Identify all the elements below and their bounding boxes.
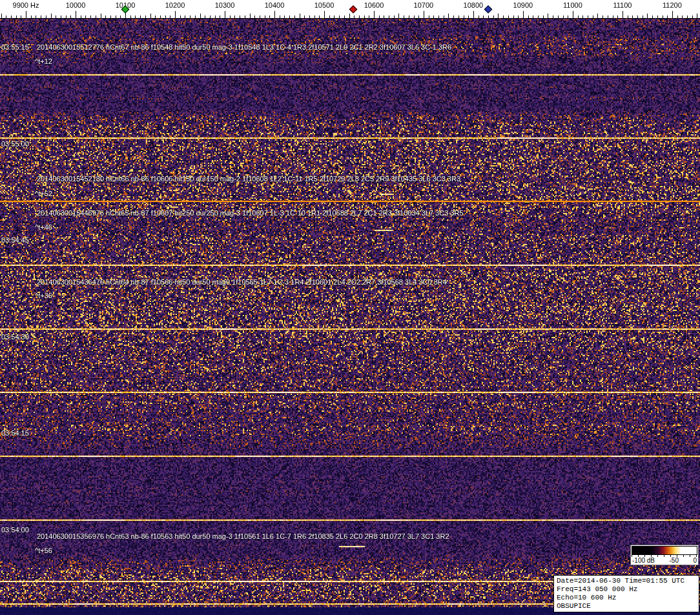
freq-tick — [682, 15, 683, 18]
db-label-min: -100 dB — [632, 557, 655, 564]
freq-tick — [245, 15, 245, 18]
freq-tick — [145, 15, 146, 18]
freq-tick — [394, 15, 395, 18]
frequency-ruler: 9900 Hz100001010010200103001040010500106… — [0, 0, 700, 19]
freq-tick-label: 11100 — [613, 1, 632, 9]
freq-tick — [105, 15, 106, 18]
freq-tick — [429, 15, 429, 18]
freq-tick-label: 10700 — [414, 1, 434, 9]
freq-tick — [538, 15, 539, 18]
freq-tick — [652, 15, 653, 18]
freq-tick — [230, 15, 231, 18]
freq-tick — [130, 15, 131, 18]
freq-tick — [61, 15, 61, 18]
freq-tick — [663, 15, 663, 18]
freq-tick — [265, 15, 265, 18]
freq-tick — [234, 15, 235, 18]
freq-tick — [464, 15, 464, 18]
freq-tick — [563, 15, 564, 18]
freq-tick — [314, 15, 315, 18]
freq-tick — [150, 14, 151, 18]
freq-tick — [657, 15, 658, 18]
freq-tick — [553, 15, 553, 18]
freq-tick — [329, 15, 330, 18]
freq-tick — [628, 15, 628, 18]
freq-tick — [11, 15, 12, 18]
freq-tick — [1, 14, 2, 18]
freq-tick — [359, 15, 360, 18]
freq-tick — [608, 15, 608, 18]
freq-tick — [140, 15, 141, 18]
freq-tick — [617, 15, 618, 18]
freq-tick-major — [672, 11, 673, 18]
freq-tick-label: 9900 Hz — [13, 1, 39, 9]
freq-tick-major — [623, 11, 623, 18]
freq-tick — [289, 15, 290, 18]
freq-tick — [458, 15, 459, 18]
freq-tick — [81, 15, 81, 18]
freq-tick — [677, 15, 678, 18]
freq-tick — [120, 15, 121, 18]
freq-tick — [190, 15, 190, 18]
freq-tick — [6, 15, 6, 18]
red-freq-marker[interactable] — [349, 5, 357, 14]
freq-tick — [637, 15, 638, 18]
freq-tick — [433, 15, 434, 18]
freq-tick — [319, 15, 320, 18]
freq-tick — [165, 15, 166, 18]
freq-tick — [240, 15, 240, 18]
freq-tick — [309, 15, 310, 18]
freq-tick — [409, 15, 409, 18]
freq-tick — [593, 15, 593, 18]
freq-tick — [185, 15, 185, 18]
freq-tick — [66, 15, 67, 18]
info-station-name: OBSUPICE — [557, 602, 696, 610]
freq-tick — [280, 15, 280, 18]
blue-freq-marker[interactable] — [484, 5, 493, 14]
freq-tick — [448, 14, 449, 18]
freq-tick — [568, 15, 568, 18]
freq-tick — [215, 15, 216, 18]
freq-tick-label: 11200 — [663, 1, 682, 9]
freq-tick — [85, 15, 86, 18]
freq-tick — [21, 15, 21, 18]
freq-tick — [364, 15, 365, 18]
freq-tick-label: 11000 — [563, 1, 582, 9]
freq-tick-label: 10300 — [215, 1, 235, 9]
freq-tick-major — [76, 11, 76, 18]
freq-tick — [110, 15, 111, 18]
freq-tick-major — [374, 11, 375, 18]
freq-tick — [384, 15, 384, 18]
freq-tick — [558, 15, 559, 18]
freq-tick — [56, 15, 56, 18]
observation-info-box: Date=2014-06-30 Time=01:55 UTC Freq=143 … — [553, 575, 699, 612]
freq-tick-label: 10400 — [265, 1, 285, 9]
freq-tick-label: 10800 — [464, 1, 484, 9]
freq-tick — [379, 15, 380, 18]
db-scale-labels: -100 dB -50 0 — [632, 557, 697, 564]
freq-tick — [135, 15, 136, 18]
freq-tick-major — [424, 11, 424, 18]
freq-tick — [597, 14, 598, 18]
freq-tick-label: 10500 — [314, 1, 335, 9]
freq-tick-major — [473, 11, 474, 18]
freq-tick — [453, 15, 454, 18]
freq-tick — [300, 14, 300, 18]
freq-tick — [498, 14, 499, 18]
freq-tick — [697, 14, 697, 18]
freq-tick — [304, 15, 305, 18]
freq-tick-major — [175, 11, 176, 18]
freq-tick — [518, 15, 519, 18]
freq-tick — [254, 15, 255, 18]
freq-tick — [46, 15, 46, 18]
freq-tick — [170, 15, 170, 18]
freq-tick — [643, 15, 643, 18]
freq-tick-major — [26, 11, 26, 18]
freq-tick — [582, 15, 583, 18]
freq-tick — [687, 15, 688, 18]
freq-tick — [41, 15, 41, 18]
freq-tick — [398, 14, 399, 18]
freq-tick — [269, 15, 270, 18]
freq-tick — [220, 15, 220, 18]
freq-tick — [195, 15, 196, 18]
